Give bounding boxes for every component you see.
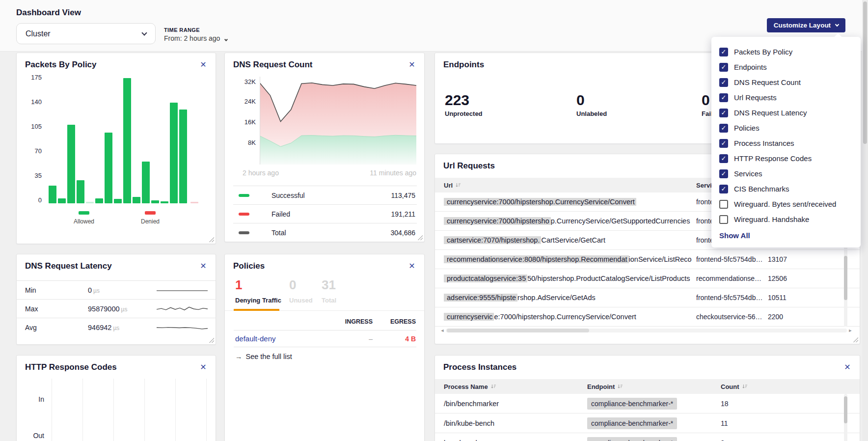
sort-icon[interactable] [490, 384, 496, 389]
url-highlight: currencyservice:7000/hipstershop.Currenc… [444, 198, 636, 206]
menu-item-http-response-codes[interactable]: ✓HTTP Response Codes [719, 151, 854, 166]
sort-icon[interactable] [455, 182, 461, 188]
checkbox-unchecked-icon[interactable] [719, 215, 728, 224]
tab-value: 1 [235, 278, 281, 292]
policy-link[interactable]: default-deny [235, 334, 276, 343]
menu-item-wireguard-bytes-sent-received[interactable]: Wireguard. Bytes sent/received [719, 196, 854, 212]
legend-swatch [239, 213, 249, 216]
bar [142, 162, 150, 203]
customize-layout-button[interactable]: Customize Layout [767, 18, 845, 32]
y-tick: 35 [24, 172, 42, 179]
card-dns-request-count: DNS Request Count 32K24K16K8K [224, 53, 425, 242]
y-tick: 0 [24, 196, 42, 204]
process-name-cell: /bin/benchmarker [444, 400, 499, 408]
resize-handle[interactable] [417, 235, 423, 240]
checkbox-checked-icon[interactable]: ✓ [719, 124, 728, 133]
table-row[interactable]: /bin/benchmarkercompliance-benchmarker-*… [435, 394, 860, 413]
menu-items: ✓Packets By Policy✓Endpoints✓DNS Request… [719, 44, 854, 227]
menu-item-cis-benchmarks[interactable]: ✓CIS Benchmarks [719, 181, 854, 196]
y-tick: 16K [236, 118, 256, 126]
checkbox-checked-icon[interactable]: ✓ [719, 185, 728, 193]
scrollbar-track[interactable] [446, 329, 847, 332]
table-row[interactable]: currencyservice:7000/hipstershop.Currenc… [435, 307, 860, 327]
tab-unused[interactable]: 0 Unused [289, 278, 313, 304]
checkbox-unchecked-icon[interactable] [719, 200, 728, 209]
close-icon[interactable] [407, 261, 417, 272]
cluster-select[interactable]: Cluster [16, 23, 156, 44]
latency-label: Min [25, 286, 36, 294]
url-cell: cartservice:7070/hipstershop.CartService… [444, 236, 692, 244]
url-highlight: cartservice:7070/hipstershop. [444, 236, 541, 244]
see-full-list-link[interactable]: → See the full list [235, 353, 292, 360]
sort-icon[interactable] [742, 384, 748, 389]
scroll-right-icon[interactable]: ► [847, 328, 854, 333]
table-row[interactable]: adservice:9555/hipstershop.AdService/Get… [435, 288, 860, 307]
card-title: Policies [233, 261, 265, 271]
bar [58, 198, 66, 203]
menu-item-url-requests[interactable]: ✓Url Requests [719, 90, 854, 105]
table-row[interactable]: recommendationservice:8080/hipstershop.R… [435, 250, 860, 269]
latency-row-avg: Avg 946942µs [17, 318, 216, 336]
tab-denying-traffic[interactable]: 1 Denying Traffic [235, 278, 281, 304]
bar [86, 202, 94, 203]
menu-item-wireguard-handshake[interactable]: Wireguard. Handshake [719, 212, 854, 227]
column-header-count[interactable]: Count [721, 383, 748, 390]
scroll-left-icon[interactable]: ◄ [439, 328, 446, 333]
checkbox-checked-icon[interactable]: ✓ [719, 63, 728, 72]
column-header-egress: EGRESS [386, 318, 416, 325]
close-icon[interactable] [407, 59, 417, 70]
checkbox-checked-icon[interactable]: ✓ [719, 78, 728, 87]
menu-item-dns-request-latency[interactable]: ✓DNS Request Latency [719, 105, 854, 120]
vertical-scrollbar[interactable] [844, 394, 847, 441]
menu-item-endpoints[interactable]: ✓Endpoints [719, 59, 854, 75]
tab-total[interactable]: 31 Total [322, 278, 336, 304]
checkbox-checked-icon[interactable]: ✓ [719, 48, 728, 56]
page-title: Dashboard View [16, 8, 81, 18]
legend-row-total: Total 304,686 [233, 223, 417, 242]
resize-handle[interactable] [209, 237, 214, 242]
scrollbar-thumb[interactable] [844, 256, 847, 300]
resize-handle[interactable] [853, 337, 858, 342]
legend-swatch [239, 194, 249, 197]
tab-value: 31 [322, 278, 336, 292]
process-name-cell: benchmarker [444, 439, 486, 441]
close-icon[interactable] [198, 59, 209, 70]
x-label-end: 11 minutes ago [370, 169, 416, 177]
url-cell: recommendationservice:8080/hipstershop.R… [444, 255, 692, 263]
x-axis-labels: 2 hours ago 11 minutes ago [243, 169, 416, 177]
sort-icon[interactable] [617, 384, 623, 389]
menu-item-policies[interactable]: ✓Policies [719, 120, 854, 136]
table-row[interactable]: benchmarkercompliance-benchmarker-*9 [435, 433, 860, 441]
column-header-process-name[interactable]: Process Name [444, 383, 496, 390]
checkbox-checked-icon[interactable]: ✓ [719, 169, 728, 178]
horizontal-scrollbar[interactable]: ◄ ► [439, 328, 854, 333]
column-header-endpoint[interactable]: Endpoint [587, 383, 623, 390]
page-scrollbar[interactable] [862, 0, 868, 441]
column-header-url[interactable]: Url [444, 182, 461, 189]
close-icon[interactable] [198, 362, 209, 373]
bar [133, 197, 140, 203]
checkbox-checked-icon[interactable]: ✓ [719, 139, 728, 148]
menu-item-process-instances[interactable]: ✓Process Instances [719, 136, 854, 151]
table-row[interactable]: /bin/kube-benchcompliance-benchmarker-*1… [435, 413, 860, 433]
menu-item-label: DNS Request Latency [734, 109, 807, 117]
scrollbar-thumb[interactable] [447, 329, 589, 332]
menu-item-services[interactable]: ✓Services [719, 166, 854, 181]
close-icon[interactable] [198, 261, 209, 272]
time-range-value[interactable]: From: 2 hours ago [164, 34, 227, 42]
checkbox-checked-icon[interactable]: ✓ [719, 93, 728, 102]
menu-item-dns-request-count[interactable]: ✓DNS Request Count [719, 75, 854, 90]
table-row[interactable]: productcatalogservice:3550/hipstershop.P… [435, 269, 860, 288]
close-icon[interactable] [842, 362, 853, 373]
checkbox-checked-icon[interactable]: ✓ [719, 154, 728, 163]
show-all-link[interactable]: Show All [719, 231, 854, 240]
checkbox-checked-icon[interactable]: ✓ [719, 109, 728, 117]
resize-handle[interactable] [209, 337, 214, 343]
menu-item-packets-by-policy[interactable]: ✓Packets By Policy [719, 44, 854, 59]
scrollbar-thumb[interactable] [844, 396, 847, 423]
page-scrollbar-thumb[interactable] [863, 1, 867, 144]
sparkline [157, 284, 208, 296]
gridline [175, 379, 176, 441]
table-header: Process Name Endpoint Count [435, 379, 860, 394]
service-cell: frontend-5fc5754db… [696, 255, 764, 263]
